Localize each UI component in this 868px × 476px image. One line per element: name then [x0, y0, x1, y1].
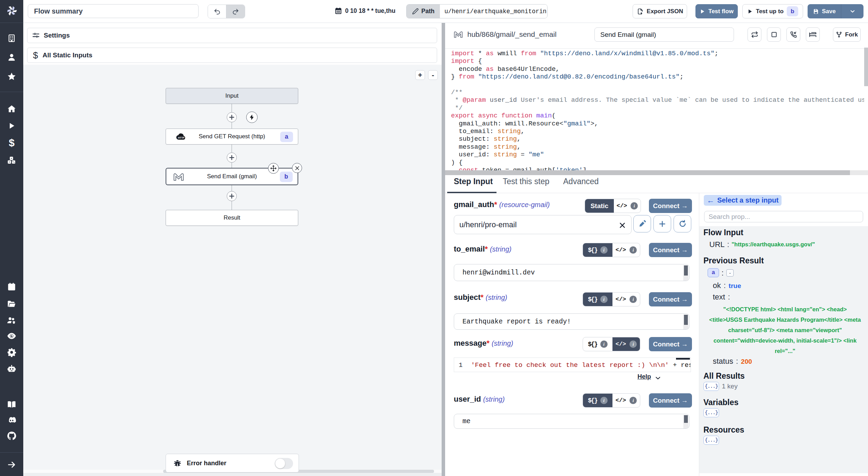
- svg-text:HTTP: HTTP: [178, 136, 185, 139]
